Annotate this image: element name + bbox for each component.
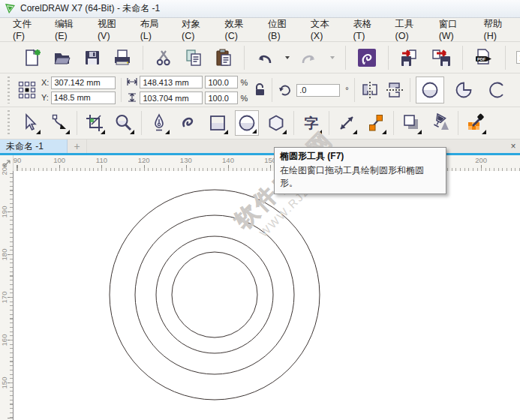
print-icon[interactable] (113, 48, 132, 68)
ellipse-mode-button[interactable] (416, 76, 444, 104)
toolbar-separator (354, 78, 355, 102)
toolbar-separator (293, 111, 294, 135)
dimension-tool[interactable] (335, 110, 359, 136)
dimension-icon (337, 113, 356, 133)
application-launcher-icon[interactable] (356, 47, 377, 68)
redo-icon[interactable] (300, 49, 318, 67)
rectangle-icon (208, 113, 227, 133)
y-position-input[interactable] (51, 92, 116, 104)
menu-window[interactable]: 窗口(W) (432, 14, 477, 46)
menu-edit[interactable]: 编辑(E) (48, 14, 91, 46)
v-ruler-label: 160 (0, 329, 8, 352)
connector-tool[interactable] (364, 110, 388, 136)
redo-dropdown-caret[interactable] (330, 56, 335, 59)
rotation-angle-input[interactable] (296, 84, 340, 97)
menu-bar: 文件(F) 编辑(E) 视图(V) 布局(L) 对象(C) 效果(C) 位图(B… (0, 18, 520, 42)
new-document-icon[interactable] (23, 48, 42, 68)
object-width-input[interactable] (140, 76, 203, 88)
artistic-media-tool[interactable] (176, 110, 200, 136)
menu-view[interactable]: 视图(V) (91, 14, 134, 46)
toolbar-separator (329, 111, 329, 135)
freehand-pen-tool[interactable] (147, 110, 171, 136)
standard-toolbar: PDF (0, 42, 520, 74)
menu-text[interactable]: 文本(X) (304, 14, 347, 46)
menu-effects[interactable]: 效果(C) (218, 14, 261, 46)
text-tool[interactable]: 字 (299, 110, 323, 136)
vertical-ruler[interactable]: 200 190 180 170 160 150 (0, 171, 14, 420)
toolbox: 字 (0, 107, 520, 140)
h-ruler-label: 100 (50, 156, 69, 164)
percent-sign: % (240, 78, 248, 87)
open-icon[interactable] (53, 48, 72, 68)
menu-object[interactable]: 对象(C) (175, 14, 218, 46)
publish-pdf-icon[interactable]: PDF (473, 48, 494, 68)
toolbar-separator (410, 78, 410, 102)
object-height-icon (127, 92, 137, 105)
object-height-input[interactable] (140, 92, 203, 104)
tab-label: 未命名 -1 (6, 140, 44, 153)
toolbar-separator (272, 78, 272, 102)
new-tab-button[interactable]: + (68, 140, 87, 153)
shape-icon (50, 113, 69, 133)
tooltip-description: 在绘图窗口拖动工具绘制圆形和椭圆形。 (280, 164, 440, 190)
menu-file[interactable]: 文件(F) (6, 14, 48, 46)
v-ruler-label: 180 (0, 244, 8, 266)
polygon-tool[interactable] (264, 110, 288, 136)
concentric-circle (135, 215, 294, 374)
menu-layout[interactable]: 布局(L) (134, 14, 175, 46)
rectangle-tool[interactable] (206, 110, 230, 136)
toolbar-separator (388, 46, 389, 70)
close-document-button[interactable]: × (506, 140, 520, 153)
toolbar-separator (244, 46, 245, 70)
toolbar-separator (121, 78, 122, 102)
toolbar-separator (77, 111, 77, 135)
drawing-canvas[interactable] (0, 171, 520, 420)
paste-icon[interactable] (214, 48, 233, 68)
mirror-vertical-icon[interactable] (385, 80, 404, 100)
zoom-level-input[interactable] (516, 51, 520, 64)
transparency-tool[interactable] (428, 110, 452, 136)
drop-shadow-tool[interactable] (399, 110, 423, 136)
ellipse-icon (237, 113, 257, 133)
lock-ratio-icon[interactable] (253, 82, 266, 98)
undo-icon[interactable] (255, 49, 273, 67)
toolbar-separator (143, 46, 143, 70)
zoom-tool[interactable] (112, 110, 136, 136)
ellipse-tool-tooltip: 椭圆形工具 (F7) 在绘图窗口拖动工具绘制圆形和椭圆形。 (274, 147, 446, 194)
menu-help[interactable]: 帮助(H) (477, 14, 520, 46)
toolbar-separator (505, 46, 506, 70)
arc-mode-button[interactable] (483, 76, 512, 104)
x-position-input[interactable] (51, 76, 116, 89)
export-icon[interactable] (431, 48, 452, 68)
save-icon[interactable] (83, 48, 102, 68)
polygon-icon (266, 113, 286, 133)
object-width-icon (127, 76, 137, 89)
menu-table[interactable]: 表格(T) (346, 14, 388, 46)
mirror-horizontal-icon[interactable] (360, 80, 380, 100)
pen-icon (149, 113, 169, 133)
plus-icon: + (74, 140, 80, 152)
copy-icon[interactable] (184, 48, 203, 68)
menu-tools[interactable]: 工具(O) (389, 14, 432, 46)
h-ruler-label: 110 (92, 156, 111, 164)
scale-horizontal-input[interactable] (205, 76, 238, 88)
connector-icon (366, 113, 386, 133)
crop-tool[interactable] (83, 110, 107, 136)
shape-tool[interactable] (47, 110, 71, 136)
drawing-workspace[interactable]: 软件自学网 WWW.RJZKW.CN 200 190 180 170 160 1… (0, 171, 520, 420)
coreldraw-logo-icon (5, 3, 16, 14)
y-position-label: Y: (41, 93, 49, 102)
color-eyedropper-tool[interactable] (464, 110, 488, 136)
import-icon[interactable] (399, 48, 420, 68)
pie-mode-button[interactable] (449, 76, 478, 104)
crop-icon (85, 113, 104, 133)
menu-bitmaps[interactable]: 位图(B) (261, 14, 304, 46)
scale-vertical-input[interactable] (205, 92, 238, 104)
tab-untitled-1[interactable]: 未命名 -1 (0, 140, 68, 153)
undo-dropdown-caret[interactable] (285, 56, 290, 59)
ellipse-tool[interactable] (235, 110, 259, 136)
drop-shadow-icon (401, 113, 421, 133)
eyedropper-icon (466, 113, 485, 133)
cut-icon[interactable] (154, 48, 173, 68)
pick-tool[interactable] (18, 110, 42, 136)
